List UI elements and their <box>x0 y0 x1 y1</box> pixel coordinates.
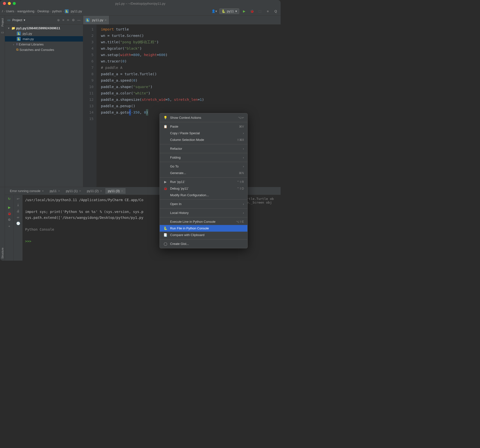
menu-item-label: Refactor <box>170 147 240 150</box>
menu-item-label: Go To <box>170 164 240 168</box>
menu-item[interactable]: 🐍Run File in Python Console <box>160 225 247 232</box>
console-tab[interactable]: py11 (2)× <box>84 188 104 194</box>
settings-icon[interactable]: ⚙ <box>72 18 75 22</box>
hide-panel-icon[interactable]: — <box>77 18 80 22</box>
breadcrumb-item[interactable]: Users <box>6 9 14 13</box>
menu-item[interactable]: 💡Show Context Actions⌥↩ <box>160 114 247 121</box>
run-config-selector[interactable]: 🐍 py11 ▾ <box>219 8 239 14</box>
menu-item[interactable]: Execute Line in Python Console⌥⇧E <box>160 218 247 225</box>
console-tab[interactable]: py11× <box>47 188 63 194</box>
menu-separator <box>160 162 247 162</box>
breadcrumb-item[interactable]: python <box>52 9 62 13</box>
select-opened-file-icon[interactable]: ⊕ <box>57 18 60 22</box>
python-file-icon: 🐍 <box>17 31 21 35</box>
maximize-window-button[interactable] <box>13 2 16 5</box>
run-icon: ▶ <box>163 180 168 184</box>
editor-tab[interactable]: 🐍 py11.py × <box>83 16 109 24</box>
folder-icon: ▭ <box>1 30 4 34</box>
menu-item[interactable]: ▶Run 'py11'⌃⇧R <box>160 179 247 185</box>
console-tab[interactable]: py11 (1)× <box>64 188 83 194</box>
menu-item[interactable]: Refactor› <box>160 145 247 152</box>
user-icon[interactable]: 👤▾ <box>211 8 217 14</box>
traffic-lights <box>3 2 16 5</box>
close-tab-icon[interactable]: × <box>58 189 60 193</box>
tree-file-selected[interactable]: 🐍 main.py <box>5 36 83 42</box>
collapse-all-icon[interactable]: ≐ <box>67 18 69 22</box>
minimize-window-button[interactable] <box>8 2 11 5</box>
python-file-icon: 🐍 <box>86 18 90 22</box>
tree-file[interactable]: 🐍 py1.py <box>5 31 83 36</box>
close-tab-icon[interactable]: × <box>121 189 123 193</box>
menu-item-label: Run File in Python Console <box>170 226 244 230</box>
menu-item-label: Create Gist... <box>170 242 244 246</box>
panel-title[interactable]: Project ▾ <box>12 18 55 22</box>
menu-item[interactable]: Column Selection Mode⇧⌘8 <box>160 136 247 143</box>
menu-item-label: Compare with Clipboard <box>170 233 244 237</box>
menu-item-label: Debug 'py11' <box>170 187 234 190</box>
close-window-button[interactable] <box>3 2 6 5</box>
tree-root[interactable]: ▾ 📁 py1.py1266481599924369611 <box>5 26 83 31</box>
close-tab-icon[interactable]: × <box>105 18 107 22</box>
breadcrumb-file[interactable]: py11.py <box>71 9 82 13</box>
github-icon: ◯ <box>163 242 168 246</box>
menu-separator <box>160 144 247 144</box>
menu-item[interactable]: Open In› <box>160 201 247 207</box>
console-left-toolbar: ↻ ▶ 🐞 ⚙ ＋ <box>5 195 14 261</box>
debug-button[interactable]: 🐞 <box>249 8 255 14</box>
menu-separator <box>160 122 247 122</box>
tab-label: py11.py <box>92 18 103 22</box>
menu-item[interactable]: Go To› <box>160 163 247 170</box>
stop-button[interactable]: ■ <box>265 8 271 14</box>
menu-item[interactable]: 📋Paste⌘V <box>160 123 247 130</box>
print-icon[interactable]: 🖨 <box>16 209 20 213</box>
settings-icon[interactable]: ⚙ <box>8 218 11 222</box>
menu-item-label: Folding <box>170 156 240 159</box>
run-icon[interactable]: ▶ <box>8 206 11 209</box>
menu-item[interactable]: Folding› <box>160 154 247 161</box>
run-config-name: py11 <box>227 9 234 13</box>
menu-item[interactable]: 🐞Debug 'py11'⌃⇧D <box>160 185 247 192</box>
close-tab-icon[interactable]: × <box>100 189 102 193</box>
structure-tool-button[interactable]: Structure <box>1 248 4 259</box>
bottom-left-rail: Structure <box>0 187 5 261</box>
project-panel-header: ▭ Project ▾ ⊕ ≡ ≐ ⚙ — <box>5 16 83 25</box>
coverage-button[interactable]: ⬚ <box>257 8 263 14</box>
run-button[interactable]: ▶ <box>241 8 247 14</box>
soft-wrap-icon[interactable]: ↩ <box>17 197 19 201</box>
rerun-icon[interactable]: ↻ <box>8 197 11 201</box>
close-tab-icon[interactable]: × <box>42 189 44 193</box>
add-icon[interactable]: ＋ <box>8 224 11 228</box>
compare-icon: 📑 <box>163 233 168 237</box>
tree-external-libraries[interactable]: › ⫴ External Libraries <box>5 42 83 47</box>
expand-all-icon[interactable]: ≡ <box>62 18 64 22</box>
show-vars-icon[interactable]: ∞ <box>17 215 19 219</box>
menu-item[interactable]: Copy / Paste Special› <box>160 130 247 136</box>
debug-icon[interactable]: 🐞 <box>7 212 11 215</box>
menu-item-label: Column Selection Mode <box>170 138 234 142</box>
console-tab[interactable]: py11 (3)× <box>105 188 125 194</box>
menu-separator <box>160 208 247 209</box>
chevron-right-icon: › <box>243 164 244 168</box>
project-tool-button[interactable]: Project <box>1 18 4 27</box>
breadcrumb-item[interactable]: wangyidong <box>17 9 34 13</box>
breadcrumb-item[interactable]: Desktop <box>37 9 49 13</box>
menu-item[interactable]: ◯Create Gist... <box>160 240 247 247</box>
console-secondary-toolbar: ↩ ⤓ 🖨 ∞ 🕘 <box>14 195 23 261</box>
menu-item[interactable]: Generate...⌘N <box>160 170 247 176</box>
python-icon: 🐍 <box>163 226 168 230</box>
tree-scratches[interactable]: ⧉ Scratches and Consoles <box>5 47 83 52</box>
close-tab-icon[interactable]: × <box>79 189 81 193</box>
context-menu: 💡Show Context Actions⌥↩📋Paste⌘VCopy / Pa… <box>160 113 248 248</box>
python-icon: 🐍 <box>222 9 225 13</box>
clipboard-icon: 📋 <box>163 125 168 128</box>
scroll-to-end-icon[interactable]: ⤓ <box>17 203 19 207</box>
search-everywhere-button[interactable]: Q <box>273 8 279 14</box>
bug-icon: 🐞 <box>163 187 168 190</box>
menu-item[interactable]: Local History› <box>160 209 247 216</box>
tree-root-label: py1.py1266481599924369611 <box>16 26 60 30</box>
breadcrumb-root[interactable]: / <box>2 9 3 13</box>
menu-item[interactable]: 📑Compare with Clipboard <box>160 232 247 238</box>
console-tab[interactable]: Error running console× <box>7 188 46 194</box>
history-icon[interactable]: 🕘 <box>16 222 20 225</box>
menu-item[interactable]: Modify Run Configuration... <box>160 192 247 198</box>
